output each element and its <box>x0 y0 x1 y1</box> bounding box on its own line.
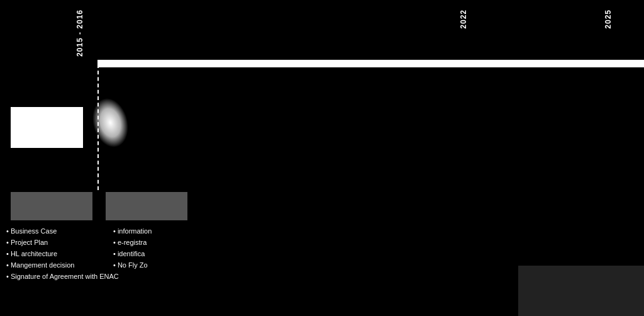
bullet-list-left: Business Case Project Plan HL architectu… <box>6 225 119 282</box>
timeline-bar <box>97 60 644 67</box>
list-item-signature: Signature of Agreement with ENAC <box>6 271 119 282</box>
year-label-2025: 2025 <box>604 9 613 29</box>
list-item-identifica: identifica <box>113 248 152 259</box>
bottom-right-box <box>518 266 644 316</box>
year-label-2015: 2015 - 2016 <box>75 9 84 57</box>
list-item-nofly: No Fly Zo <box>113 259 152 271</box>
list-item-business-case: Business Case <box>6 225 119 237</box>
top-bar <box>0 0 644 60</box>
bullet-list-right: information e-registra identifica No Fly… <box>113 225 152 271</box>
list-item-information: information <box>113 225 152 237</box>
phase-indicator-left <box>11 192 92 220</box>
glow-element <box>87 94 134 152</box>
phase-box-early <box>11 107 83 148</box>
list-item-hl-architecture: HL architecture <box>6 248 119 259</box>
list-item-eregistra: e-registra <box>113 237 152 248</box>
list-item-project-plan: Project Plan <box>6 237 119 248</box>
year-label-2022: 2022 <box>459 9 468 29</box>
phase-indicator-right <box>106 192 187 220</box>
list-item-management: Mangement decision <box>6 259 119 271</box>
